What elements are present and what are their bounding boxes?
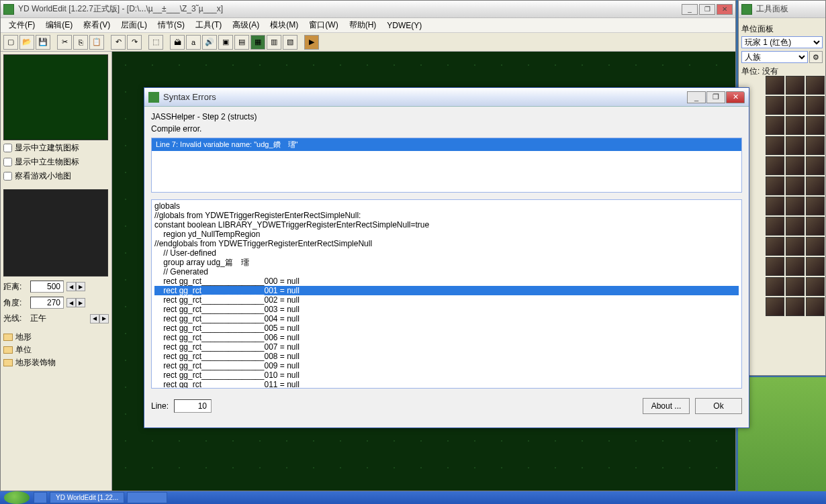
main-titlebar[interactable]: YD WorldEdit [1.22.7正式版] - [D:\...\µ__±_… — [1, 1, 735, 18]
unit-cell[interactable] — [786, 136, 805, 155]
code-line[interactable]: rect gg_rct______________001 = null — [154, 286, 739, 295]
tool-c[interactable]: 🔊 — [202, 35, 217, 50]
unit-cell[interactable] — [786, 197, 805, 215]
unit-cell[interactable] — [786, 116, 805, 135]
check-neutral-creep[interactable]: 显示中立生物图标 — [3, 156, 109, 168]
tool-undo[interactable]: ↶ — [111, 35, 126, 50]
unit-cell[interactable] — [766, 116, 784, 135]
min-button[interactable]: _ — [682, 4, 698, 15]
distance-val[interactable]: 500 — [30, 281, 64, 293]
tool-redo[interactable]: ↷ — [127, 35, 142, 50]
unit-cell[interactable] — [786, 156, 805, 175]
unit-cell[interactable] — [766, 156, 784, 175]
code-line[interactable]: group array udg_篇 璢 — [154, 258, 739, 267]
ok-button[interactable]: Ok — [695, 398, 742, 414]
unit-cell[interactable] — [766, 297, 784, 316]
menu-file[interactable]: 文件(F) — [5, 18, 39, 32]
unit-cell[interactable] — [766, 197, 784, 215]
tool-b[interactable]: a — [186, 35, 201, 50]
arrow-right-icon[interactable]: ▶ — [76, 298, 85, 307]
close-button[interactable]: ✕ — [717, 4, 733, 15]
tool-open[interactable]: 📂 — [19, 35, 34, 50]
tool-a[interactable]: 🏔 — [170, 35, 185, 50]
palette-titlebar[interactable]: 工具面板 — [739, 1, 825, 18]
unit-cell[interactable] — [766, 76, 784, 95]
unit-cell[interactable] — [806, 257, 825, 276]
unit-cell[interactable] — [766, 217, 784, 236]
unit-cell[interactable] — [786, 297, 805, 316]
code-line[interactable]: rect gg_rct______________007 = null — [154, 342, 739, 352]
unit-cell[interactable] — [806, 116, 825, 135]
code-line[interactable]: rect gg_rct______________009 = null — [154, 361, 739, 370]
arrow-left-icon[interactable]: ◀ — [66, 298, 76, 307]
error-list[interactable]: Line 7: Invalid variable name: "udg_鐨 璢" — [151, 138, 742, 193]
player-select[interactable]: 玩家 1 (红色) — [741, 36, 823, 48]
minimap[interactable] — [3, 54, 108, 140]
code-line[interactable]: rect gg_rct______________006 = null — [154, 333, 739, 342]
arrow-right-icon[interactable]: ▶ — [76, 282, 85, 291]
unit-cell[interactable] — [766, 257, 784, 276]
menu-view[interactable]: 察看(V) — [79, 18, 114, 32]
unit-cell[interactable] — [806, 96, 825, 115]
arrow-left-icon[interactable]: ◀ — [90, 314, 99, 323]
arrow-left-icon[interactable]: ◀ — [66, 282, 76, 291]
menu-scenario[interactable]: 情节(S) — [154, 18, 189, 32]
tool-g[interactable]: ▥ — [267, 35, 281, 50]
dialog-close-button[interactable]: ✕ — [726, 91, 745, 103]
code-line[interactable]: //globals from YDWETriggerRegisterEnterR… — [154, 211, 739, 220]
unit-cell[interactable] — [806, 156, 825, 175]
tool-test[interactable]: ▶ — [304, 35, 319, 50]
tool-copy[interactable]: ⎘ — [73, 35, 88, 50]
unit-cell[interactable] — [806, 76, 825, 95]
check-view-minimap[interactable]: 察看游戏小地图 — [3, 170, 109, 183]
about-button[interactable]: About ... — [643, 398, 690, 414]
tool-cut[interactable]: ✂ — [57, 35, 72, 50]
unit-cell[interactable] — [786, 237, 805, 256]
code-line[interactable]: rect gg_rct______________011 = null — [154, 380, 739, 389]
dialog-titlebar[interactable]: Syntax Errors _ ❐ ✕ — [144, 88, 749, 107]
menu-window[interactable]: 窗口(W) — [305, 18, 342, 32]
unit-cell[interactable] — [786, 76, 805, 95]
unit-cell[interactable] — [806, 197, 825, 215]
dialog-max-button[interactable]: ❐ — [706, 91, 725, 103]
tree-unit[interactable]: 单位 — [3, 344, 109, 356]
menu-help[interactable]: 帮助(H) — [345, 18, 381, 32]
unit-cell[interactable] — [766, 237, 784, 256]
task-item[interactable] — [127, 492, 167, 503]
menu-module[interactable]: 模块(M) — [266, 18, 302, 32]
tree-terrain[interactable]: 地形 — [3, 331, 109, 344]
code-line[interactable]: // Generated — [154, 267, 739, 276]
menu-layer[interactable]: 层面(L) — [117, 18, 151, 32]
code-line[interactable]: rect gg_rct______________010 = null — [154, 370, 739, 380]
start-button[interactable] — [4, 491, 30, 504]
unit-cell[interactable] — [806, 277, 825, 296]
unit-cell[interactable] — [806, 237, 825, 256]
code-line[interactable]: region yd_NullTempRegion — [154, 230, 739, 239]
code-line[interactable]: constant boolean LIBRARY_YDWETriggerRegi… — [154, 220, 739, 230]
menu-edit[interactable]: 编辑(E) — [42, 18, 77, 32]
task-item[interactable] — [34, 492, 47, 503]
tool-f[interactable]: ▦ — [250, 35, 265, 50]
code-line[interactable]: rect gg_rct______________004 = null — [154, 314, 739, 323]
race-select[interactable]: 人族 — [741, 51, 808, 63]
code-line[interactable]: rect gg_rct______________003 = null — [154, 305, 739, 314]
tool-paste[interactable]: 📋 — [89, 35, 104, 50]
tool-save[interactable]: 💾 — [36, 35, 50, 50]
code-line[interactable]: rect gg_rct______________002 = null — [154, 295, 739, 305]
filter-button[interactable]: ⚙ — [809, 51, 823, 63]
menu-advanced[interactable]: 高级(A) — [228, 18, 263, 32]
task-item[interactable]: YD WorldEdit [1.22... — [50, 492, 124, 503]
menu-ydwe[interactable]: YDWE(Y) — [383, 19, 426, 32]
tool-h[interactable]: ▧ — [283, 35, 297, 50]
code-box[interactable]: globals//globals from YDWETriggerRegiste… — [151, 199, 742, 389]
unit-cell[interactable] — [766, 136, 784, 155]
unit-cell[interactable] — [786, 177, 805, 195]
tool-select[interactable]: ⬚ — [148, 35, 163, 50]
tool-new[interactable]: ▢ — [3, 35, 18, 50]
code-line[interactable]: rect gg_rct______________000 = null — [154, 276, 739, 286]
code-line[interactable]: //endglobals from YDWETriggerRegisterEnt… — [154, 239, 739, 248]
unit-cell[interactable] — [766, 96, 784, 115]
unit-cell[interactable] — [806, 297, 825, 316]
unit-cell[interactable] — [766, 177, 784, 195]
code-line[interactable]: // User-defined — [154, 248, 739, 258]
